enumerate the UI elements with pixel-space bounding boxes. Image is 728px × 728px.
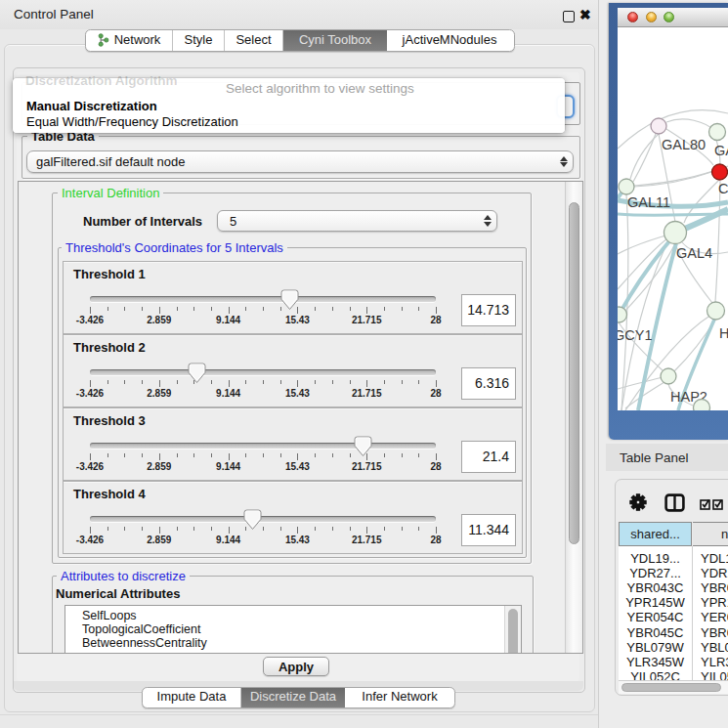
threshold-slider-thumb[interactable]	[243, 509, 262, 531]
minimize-traffic-light[interactable]	[646, 12, 657, 22]
minor-tick	[280, 453, 281, 457]
apply-button-label: Apply	[278, 660, 314, 674]
table-header-name[interactable]: name	[693, 522, 728, 546]
tab-discretize-data[interactable]: Discretize Data	[241, 688, 345, 707]
checkbox-2-icon[interactable]	[712, 498, 724, 510]
attribute-item[interactable]: BetweennessCentrality	[82, 636, 207, 650]
tab-style[interactable]: Style	[173, 30, 225, 51]
screenshot-stage: Control Panel ✖ NetworkStyleSelectCyni T…	[0, 0, 728, 728]
threshold-value-field[interactable]: 14.713	[461, 294, 516, 326]
apply-button[interactable]: Apply	[263, 657, 329, 676]
threshold-box-2: Threshold 2-3.4262.8599.14415.4321.71528…	[63, 334, 523, 407]
table-row-name[interactable]: YPR145	[701, 595, 728, 610]
threshold-value-field[interactable]: 21.4	[461, 441, 516, 473]
threshold-value-field[interactable]: 6.316	[461, 367, 516, 400]
table-data-combo[interactable]: galFiltered.sif default node	[26, 150, 574, 173]
close-icon[interactable]: ✖	[579, 7, 591, 22]
axis-label: 21.715	[352, 315, 382, 325]
major-tick	[297, 380, 298, 387]
network-view-window[interactable]: GAL80GACGAL11GAL4GCY1HHAP2	[609, 3, 728, 440]
attributes-list-scrollbar[interactable]	[504, 606, 521, 654]
threshold-box-4: Threshold 4-3.4262.8599.14415.4321.71528…	[63, 481, 523, 554]
minor-tick	[107, 380, 108, 384]
close-traffic-light[interactable]	[627, 12, 638, 22]
table-row-shared-name[interactable]: YBR043C	[619, 580, 692, 595]
table-row-shared-name[interactable]: YER054C	[619, 610, 692, 624]
column-layout-icon[interactable]	[664, 493, 685, 512]
table-header-shared-name[interactable]: shared...	[619, 522, 692, 546]
major-tick	[436, 380, 437, 387]
attributes-list-scrollbar-thumb[interactable]	[508, 609, 518, 654]
numerical-attributes-list[interactable]: SelfLoopsTopologicalCoefficientBetweenne…	[64, 605, 522, 654]
table-horizontal-scrollbar[interactable]	[619, 680, 728, 694]
threshold-slider-thumb[interactable]	[280, 289, 299, 311]
table-row-name[interactable]: YLR345	[701, 655, 728, 669]
network-node[interactable]	[694, 400, 710, 411]
table-row-name[interactable]: YBR043	[701, 580, 728, 595]
network-node-gal80[interactable]	[651, 118, 666, 134]
major-tick	[90, 453, 91, 460]
minor-tick	[280, 380, 281, 384]
zoom-traffic-light[interactable]	[664, 12, 674, 22]
threshold-slider-track[interactable]	[90, 369, 436, 375]
table-row-name[interactable]: YDR277	[701, 566, 728, 580]
major-tick	[436, 527, 437, 534]
minor-tick	[177, 380, 178, 384]
threshold-slider-track[interactable]	[90, 296, 436, 302]
popup-item-equal-width[interactable]: Equal Width/Frequency Discretization	[26, 114, 578, 129]
minor-tick	[263, 380, 264, 384]
network-node-gcy1[interactable]	[618, 307, 627, 322]
table-row-name[interactable]: YBR045	[701, 625, 728, 640]
settings-scrollbar-thumb[interactable]	[569, 202, 579, 544]
threshold-value-field[interactable]: 11.344	[461, 514, 516, 546]
table-row-shared-name[interactable]: YBR045C	[619, 625, 692, 640]
tab-select[interactable]: Select	[225, 30, 283, 51]
popup-item-prompt[interactable]: Select algorithm to view settings	[226, 81, 728, 96]
minor-tick	[211, 527, 212, 531]
table-row-name[interactable]: YBL079	[701, 640, 728, 655]
threshold-slider-track[interactable]	[90, 443, 436, 449]
tab-infer-network[interactable]: Infer Network	[345, 688, 454, 707]
intervals-count-spinner[interactable]: 5	[217, 210, 497, 232]
minor-tick	[315, 527, 316, 531]
network-node-c[interactable]	[712, 164, 728, 180]
threshold-slider-track[interactable]	[90, 516, 436, 522]
network-window-titlebar[interactable]	[618, 8, 728, 27]
network-node-h[interactable]	[707, 302, 725, 320]
threshold-slider-thumb[interactable]	[188, 363, 206, 384]
tab-impute-data[interactable]: Impute Data	[143, 688, 241, 707]
checkbox-1-icon[interactable]	[700, 498, 711, 510]
axis-label: -3.426	[76, 535, 104, 545]
table-row-shared-name[interactable]: YIL052C	[619, 669, 692, 680]
thresholds-group-title: Threshold's Coordinates for 5 Intervals	[62, 240, 287, 255]
popup-item-manual-discretization[interactable]: Manual Discretization	[26, 99, 578, 113]
minor-tick	[332, 380, 333, 384]
table-row-shared-name[interactable]: YLR345W	[619, 655, 692, 669]
tab-cyni-toolbox[interactable]: Cyni Toolbox	[283, 30, 387, 51]
table-horizontal-scrollbar-thumb[interactable]	[621, 683, 721, 692]
table-row-name[interactable]: YIL052	[701, 669, 728, 680]
settings-gear-icon[interactable]	[629, 493, 647, 511]
tab-jactivemnodules[interactable]: jActiveMNodules	[387, 30, 512, 51]
attribute-item[interactable]: TopologicalCoefficient	[82, 622, 200, 636]
network-node-gal11[interactable]	[619, 179, 634, 194]
table-row-shared-name[interactable]: YPR145W	[619, 595, 692, 610]
table-row-name[interactable]: YER054	[701, 610, 728, 624]
minor-tick	[263, 453, 264, 457]
network-node-ga[interactable]	[709, 124, 726, 141]
threshold-slider-thumb[interactable]	[354, 436, 372, 457]
float-window-icon[interactable]	[563, 11, 575, 22]
table-row-name[interactable]: YDL194	[701, 551, 728, 566]
minor-tick	[263, 527, 264, 531]
network-node-hap2[interactable]	[661, 368, 676, 384]
tab-network[interactable]: Network	[86, 30, 173, 51]
table-row-shared-name[interactable]: YBL079W	[619, 640, 692, 655]
major-tick	[229, 380, 230, 387]
table-row-shared-name[interactable]: YDL19...	[619, 551, 692, 566]
axis-label: 21.715	[352, 461, 382, 472]
network-node-gal4[interactable]	[664, 222, 687, 244]
control-panel-titlebar[interactable]: Control Panel ✖	[0, 0, 598, 29]
table-row-shared-name[interactable]: YDR27...	[619, 566, 692, 580]
settings-scrollbar[interactable]	[565, 182, 582, 653]
attribute-item[interactable]: SelfLoops	[82, 609, 137, 622]
